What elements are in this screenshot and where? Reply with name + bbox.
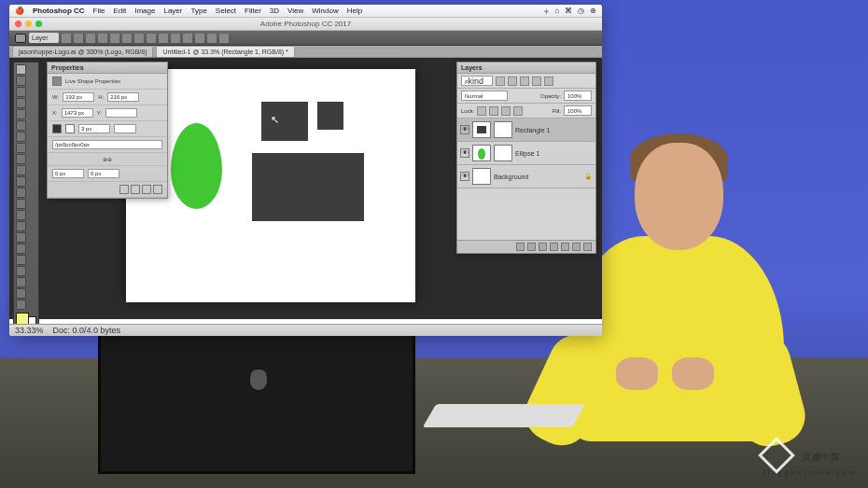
doc-info[interactable]: Doc: 0.0/4.0 bytes	[53, 326, 121, 335]
link-icon[interactable]: ⊕⊕	[103, 156, 112, 162]
menu-select[interactable]: Select	[216, 7, 236, 15]
fx-icon[interactable]	[527, 243, 536, 251]
opacity-field[interactable]: 100%	[564, 91, 592, 101]
rectangle-shape[interactable]	[261, 102, 308, 141]
rectangle-shape[interactable]	[252, 153, 364, 221]
align-icon[interactable]	[122, 34, 132, 43]
height-field[interactable]: 216 px	[107, 92, 139, 102]
link-layers-icon[interactable]	[516, 243, 525, 251]
options-bar[interactable]: Layer	[9, 31, 602, 46]
visibility-toggle-icon[interactable]: 👁	[460, 148, 469, 158]
blur-tool[interactable]	[16, 210, 26, 220]
tab-document-1[interactable]: jasonhoppe-Logo.ai @ 300% (Logo, RGB/8)	[12, 46, 153, 57]
fill-field[interactable]: 100%	[564, 105, 592, 116]
clock-icon[interactable]: ◷	[578, 7, 584, 15]
layer-row[interactable]: 👁 Rectangle 1	[457, 119, 595, 142]
path-ops-field[interactable]: /px0px0px0px	[52, 140, 162, 149]
mask-icon[interactable]	[131, 185, 140, 194]
ellipse-shape[interactable]	[171, 123, 222, 209]
close-icon[interactable]	[15, 21, 21, 27]
menu-edit[interactable]: Edit	[113, 7, 126, 15]
mac-menubar[interactable]: 🍎 Photoshop CC File Edit Image Layer Typ…	[9, 5, 602, 18]
heal-tool[interactable]	[16, 143, 26, 153]
align-icon[interactable]	[62, 34, 71, 43]
layers-empty-area[interactable]	[457, 188, 595, 240]
gradient-tool[interactable]	[16, 199, 26, 209]
move-tool[interactable]	[16, 64, 26, 75]
zoom-level[interactable]: 33.33%	[15, 326, 44, 335]
lock-icon[interactable]	[501, 106, 511, 116]
distribute-icon[interactable]	[195, 34, 204, 43]
menu-help[interactable]: Help	[347, 7, 362, 15]
lock-icon[interactable]	[477, 106, 486, 116]
menu-file[interactable]: File	[93, 7, 105, 15]
distribute-icon[interactable]	[171, 34, 180, 43]
filter-icon[interactable]	[544, 77, 553, 86]
zoom-icon[interactable]	[35, 21, 42, 27]
wifi-icon[interactable]: ⏚	[544, 7, 549, 15]
align-icon[interactable]	[98, 34, 107, 43]
blend-mode-dropdown[interactable]: Normal	[461, 91, 508, 101]
rectangle-tool[interactable]	[16, 266, 26, 276]
search-icon[interactable]: ⊕	[590, 7, 596, 15]
rectangle-shape[interactable]	[317, 102, 343, 130]
distribute-icon[interactable]	[134, 34, 144, 43]
x-field[interactable]: 1473 px	[62, 108, 93, 118]
app-menu[interactable]: Photoshop CC	[33, 7, 85, 15]
mask-icon[interactable]	[119, 185, 129, 194]
align-icon[interactable]	[86, 34, 95, 43]
dodge-tool[interactable]	[16, 221, 26, 231]
menu-layer[interactable]: Layer	[163, 7, 182, 15]
fill-chip[interactable]	[52, 124, 62, 133]
layer-name[interactable]: Rectangle 1	[515, 127, 550, 133]
menu-window[interactable]: Window	[312, 7, 338, 15]
type-tool[interactable]	[16, 244, 26, 254]
wifi2-icon[interactable]: ⌘	[565, 7, 572, 15]
crop-tool[interactable]	[16, 120, 26, 131]
mask-thumb[interactable]	[494, 145, 512, 161]
properties-panel[interactable]: Properties Live Shape Properties W:192 p…	[47, 62, 168, 199]
mask-icon[interactable]	[539, 243, 547, 251]
corner-tr-field[interactable]: 0 px	[88, 169, 119, 178]
document-tabs[interactable]: jasonhoppe-Logo.ai @ 300% (Logo, RGB/8) …	[9, 46, 602, 58]
properties-header[interactable]: Properties	[48, 63, 167, 74]
mask-icon[interactable]	[142, 185, 151, 194]
layer-row[interactable]: 👁 Background 🔒	[457, 165, 595, 188]
filter-icon[interactable]	[532, 77, 541, 86]
minimize-icon[interactable]	[25, 21, 32, 27]
zoom-tool[interactable]	[16, 288, 26, 299]
distribute-icon[interactable]	[147, 34, 156, 43]
window-titlebar[interactable]: Adobe Photoshop CC 2017	[9, 18, 602, 31]
lasso-tool[interactable]	[16, 98, 26, 108]
pen-tool[interactable]	[16, 232, 26, 243]
apple-menu-icon[interactable]: 🍎	[15, 7, 24, 15]
battery-icon[interactable]: ⌂	[554, 7, 559, 15]
stroke-chip[interactable]	[65, 124, 75, 133]
layer-row[interactable]: 👁 Ellipse 1	[457, 142, 595, 165]
visibility-toggle-icon[interactable]: 👁	[460, 125, 469, 134]
align-icon[interactable]	[74, 34, 83, 43]
eyedropper-tool[interactable]	[16, 132, 26, 142]
distribute-icon[interactable]	[183, 34, 192, 43]
visibility-toggle-icon[interactable]: 👁	[460, 172, 469, 181]
layer-name[interactable]: Ellipse 1	[515, 150, 539, 157]
layer-name[interactable]: Background	[494, 174, 528, 180]
align-icon[interactable]	[110, 34, 119, 43]
tool-preset[interactable]	[15, 34, 26, 43]
lock-icon[interactable]	[489, 106, 498, 116]
layer-thumb[interactable]	[472, 145, 491, 161]
eraser-tool[interactable]	[16, 188, 26, 198]
mode-icon[interactable]	[219, 34, 229, 43]
brush-tool[interactable]	[16, 154, 26, 164]
tool-palette[interactable]	[13, 62, 39, 332]
corner-tl-field[interactable]: 0 px	[52, 169, 84, 178]
layer-thumb[interactable]	[472, 168, 491, 185]
filter-kind-dropdown[interactable]: ρ kind	[461, 76, 493, 86]
history-tool[interactable]	[16, 176, 26, 187]
stamp-tool[interactable]	[16, 165, 26, 175]
new-layer-icon[interactable]	[572, 243, 581, 251]
menu-image[interactable]: Image	[134, 7, 155, 15]
layer-dropdown[interactable]: Layer	[29, 33, 59, 43]
layers-header[interactable]: Layers	[457, 63, 595, 74]
group-icon[interactable]	[561, 243, 569, 251]
